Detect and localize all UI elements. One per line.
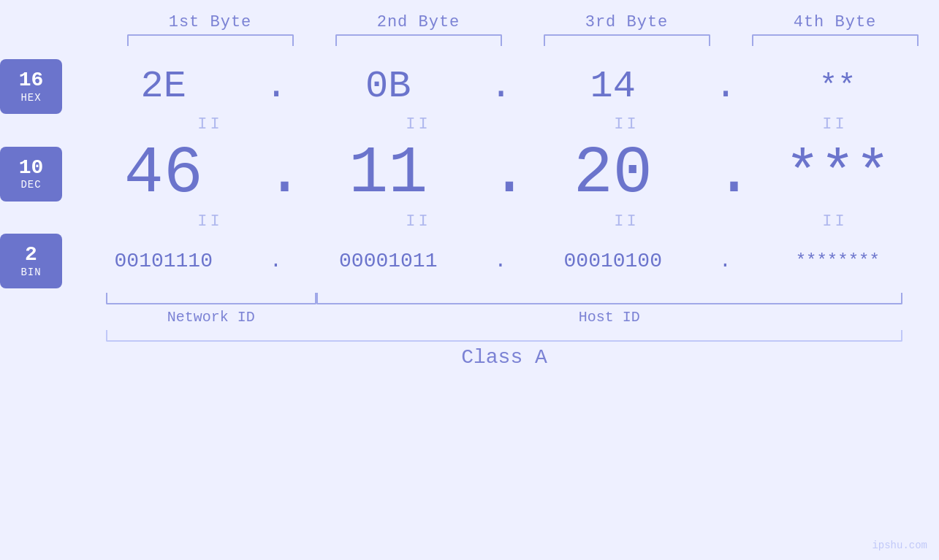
hex-row: 16 HEX 2E . 0B . 14 . ** xyxy=(0,59,939,114)
hex-byte-3: 14 xyxy=(512,65,715,108)
equals-2-1: II xyxy=(106,212,314,231)
hex-badge-number: 16 xyxy=(19,69,44,92)
class-label: Class A xyxy=(106,346,902,369)
network-bracket xyxy=(106,293,316,304)
equals-1-3: II xyxy=(522,115,731,134)
bin-row: 2 BIN 00101110 . 00001011 . 00010100 . *… xyxy=(0,234,939,288)
bin-dot-2: . xyxy=(490,250,512,272)
bin-dot-3: . xyxy=(715,250,737,272)
bin-byte-1: 00101110 xyxy=(62,250,265,272)
class-bracket xyxy=(106,330,902,342)
bin-byte-2: 00001011 xyxy=(287,250,490,272)
bin-byte-values: 00101110 . 00001011 . 00010100 . *******… xyxy=(62,250,939,272)
top-bracket-2 xyxy=(335,34,502,46)
hex-byte-2: 0B xyxy=(287,65,490,108)
hex-badge: 16 HEX xyxy=(0,59,62,114)
hex-dot-3: . xyxy=(715,65,737,108)
top-bracket-1 xyxy=(127,34,294,46)
equals-row-1: II II II II xyxy=(0,115,939,134)
watermark: ipshu.com xyxy=(872,540,927,551)
top-brackets-row xyxy=(0,34,939,46)
bracket-cell-2 xyxy=(314,34,522,46)
equals-1-4: II xyxy=(731,115,939,134)
network-id-label: Network ID xyxy=(106,309,316,326)
class-row: Class A xyxy=(0,330,939,369)
dec-badge-label: DEC xyxy=(20,179,41,191)
byte-headers-row: 1st Byte 2nd Byte 3rd Byte 4th Byte xyxy=(0,13,939,31)
dec-byte-4: *** xyxy=(737,141,940,207)
dec-byte-values: 46 . 11 . 20 . *** xyxy=(62,137,939,211)
equals-1-1: II xyxy=(106,115,314,134)
hex-byte-values: 2E . 0B . 14 . ** xyxy=(62,65,939,108)
dec-byte-1: 46 xyxy=(62,137,265,211)
host-id-label: Host ID xyxy=(316,309,903,326)
bottom-labels: Network ID Host ID xyxy=(106,309,902,326)
hex-byte-4: ** xyxy=(737,69,940,104)
equals-2-4: II xyxy=(731,212,939,231)
bracket-cell-1 xyxy=(106,34,314,46)
host-bracket xyxy=(316,293,903,304)
main-container: 1st Byte 2nd Byte 3rd Byte 4th Byte 16 H… xyxy=(0,0,939,560)
hex-dot-1: . xyxy=(265,65,287,108)
bracket-cell-4 xyxy=(731,34,939,46)
equals-2-2: II xyxy=(314,212,522,231)
bottom-section: Network ID Host ID xyxy=(0,293,939,326)
byte-header-3: 3rd Byte xyxy=(522,13,731,31)
equals-row-2: II II II II xyxy=(0,212,939,231)
equals-1-2: II xyxy=(314,115,522,134)
bin-dot-1: . xyxy=(265,250,287,272)
top-bracket-4 xyxy=(752,34,919,46)
hex-byte-1: 2E xyxy=(62,65,265,108)
byte-header-4: 4th Byte xyxy=(731,13,939,31)
dec-badge: 10 DEC xyxy=(0,147,62,202)
dec-dot-3: . xyxy=(715,137,737,211)
top-bracket-3 xyxy=(544,34,710,46)
dec-dot-2: . xyxy=(490,137,512,211)
dec-row: 10 DEC 46 . 11 . 20 . *** xyxy=(0,137,939,211)
equals-2-3: II xyxy=(522,212,731,231)
bottom-brackets xyxy=(106,293,902,304)
bracket-cell-3 xyxy=(522,34,731,46)
bin-badge-label: BIN xyxy=(20,266,41,278)
dec-byte-3: 20 xyxy=(512,137,715,211)
dec-byte-2: 11 xyxy=(287,137,490,211)
byte-header-1: 1st Byte xyxy=(106,13,314,31)
bin-byte-3: 00010100 xyxy=(512,250,715,272)
dec-dot-1: . xyxy=(265,137,287,211)
bin-byte-4: ******** xyxy=(737,251,940,271)
byte-header-2: 2nd Byte xyxy=(314,13,522,31)
dec-badge-number: 10 xyxy=(19,157,44,180)
hex-dot-2: . xyxy=(490,65,512,108)
bin-badge-number: 2 xyxy=(25,244,37,266)
bin-badge: 2 BIN xyxy=(0,234,62,288)
hex-badge-label: HEX xyxy=(20,92,41,104)
